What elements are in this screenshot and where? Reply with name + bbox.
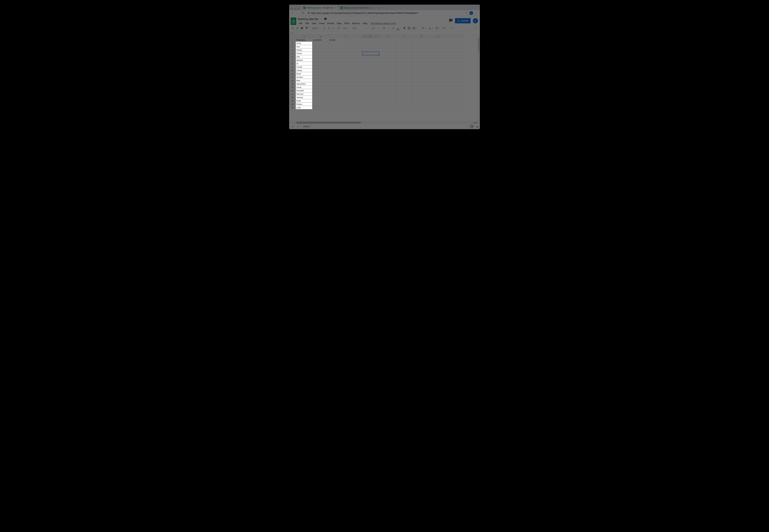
vertical-scrollbar[interactable]	[478, 35, 480, 121]
undo-icon[interactable]	[291, 26, 295, 30]
paint-format-icon[interactable]	[305, 26, 309, 30]
row-header[interactable]: 14	[289, 82, 296, 86]
zoom-select[interactable]: 100%▾	[311, 26, 320, 30]
fill-color-icon[interactable]	[402, 26, 406, 30]
cell[interactable]	[430, 52, 447, 55]
cell[interactable]	[447, 75, 464, 79]
cell[interactable]	[329, 106, 362, 109]
cell[interactable]	[362, 92, 379, 96]
row-header[interactable]: 13	[289, 79, 296, 82]
cell[interactable]	[447, 65, 464, 69]
cell[interactable]	[396, 38, 413, 42]
scroll-right-icon[interactable]: ▶	[475, 121, 478, 124]
merge-cells-icon[interactable]: ▾	[412, 26, 418, 30]
cell[interactable]	[447, 82, 464, 86]
cell[interactable]	[447, 99, 464, 103]
column-header[interactable]: G	[413, 35, 430, 38]
cell[interactable]	[329, 48, 362, 52]
cell[interactable]	[312, 59, 329, 62]
bold-icon[interactable]: B	[382, 26, 386, 30]
column-header[interactable]: D	[362, 35, 379, 38]
cell[interactable]	[379, 96, 396, 99]
cell[interactable]	[379, 82, 396, 86]
cell[interactable]	[329, 86, 362, 89]
folder-icon[interactable]	[324, 17, 327, 21]
cell[interactable]: Boyd	[296, 72, 312, 75]
cell[interactable]	[379, 62, 396, 65]
cell[interactable]	[362, 62, 379, 65]
cell[interactable]	[379, 89, 396, 92]
tab-close-icon[interactable]: ×	[334, 7, 337, 9]
cell[interactable]: Leroy	[296, 86, 312, 89]
cell[interactable]	[362, 96, 379, 99]
cell[interactable]	[447, 79, 464, 82]
cell[interactable]	[379, 99, 396, 103]
cell[interactable]: E-mail	[329, 38, 362, 42]
cell[interactable]: Lastname	[312, 38, 329, 42]
cell[interactable]	[430, 96, 447, 99]
cell[interactable]	[430, 106, 447, 109]
cell[interactable]	[413, 52, 430, 55]
cell[interactable]	[362, 106, 379, 109]
cell[interactable]	[413, 99, 430, 103]
percent-icon[interactable]: %	[327, 26, 331, 30]
cell[interactable]	[396, 86, 413, 89]
cell[interactable]	[312, 86, 329, 89]
cell[interactable]	[413, 89, 430, 92]
row-header[interactable]: 17	[289, 92, 296, 96]
sheet-tab[interactable]: Sheet1 ▾	[301, 124, 313, 129]
back-button[interactable]	[290, 11, 295, 15]
cell[interactable]	[379, 106, 396, 109]
cell[interactable]	[379, 92, 396, 96]
row-header[interactable]: 6	[289, 55, 296, 59]
more-tools-icon[interactable]: •••	[450, 26, 454, 30]
cell[interactable]	[413, 48, 430, 52]
select-all-corner[interactable]	[289, 35, 296, 38]
cell[interactable]	[413, 96, 430, 99]
cell[interactable]	[362, 45, 379, 48]
cell[interactable]	[430, 42, 447, 45]
horizontal-scrollbar[interactable]: ◀ ▶	[289, 121, 480, 124]
cell[interactable]	[396, 69, 413, 72]
cell[interactable]	[379, 69, 396, 72]
cell[interactable]	[430, 92, 447, 96]
cell[interactable]	[362, 48, 379, 52]
number-format-select[interactable]: 123▾	[342, 26, 349, 30]
cell[interactable]	[312, 48, 329, 52]
cell[interactable]	[329, 75, 362, 79]
all-sheets-icon[interactable]: ≡	[296, 124, 300, 129]
menu-data[interactable]: Data	[336, 22, 343, 25]
vertical-align-icon[interactable]: ▾	[428, 26, 434, 30]
cell[interactable]	[329, 55, 362, 59]
cell[interactable]	[396, 92, 413, 96]
cell[interactable]	[413, 75, 430, 79]
cell[interactable]	[312, 82, 329, 86]
cell[interactable]	[396, 48, 413, 52]
cell[interactable]	[379, 72, 396, 75]
cell[interactable]	[447, 86, 464, 89]
cell[interactable]	[362, 52, 379, 55]
cell[interactable]	[413, 45, 430, 48]
cell[interactable]	[329, 99, 362, 103]
cell[interactable]	[362, 65, 379, 69]
cell[interactable]	[447, 89, 464, 92]
text-wrap-icon[interactable]: ▾	[434, 26, 441, 30]
cell[interactable]: Luke	[296, 106, 312, 109]
font-size-select[interactable]: 10▾	[371, 26, 379, 30]
cell[interactable]	[312, 72, 329, 75]
cell[interactable]	[312, 45, 329, 48]
cell[interactable]	[379, 48, 396, 52]
cell[interactable]	[430, 65, 447, 69]
traffic-light-minimize[interactable]	[294, 8, 296, 10]
cell[interactable]	[396, 75, 413, 79]
cell[interactable]	[312, 52, 329, 55]
cell[interactable]	[329, 52, 362, 55]
cell[interactable]	[396, 42, 413, 45]
column-header[interactable]: H	[430, 35, 447, 38]
cell[interactable]	[430, 62, 447, 65]
browser-menu-icon[interactable]: ⋮	[474, 11, 479, 15]
cell[interactable]: Martha	[296, 59, 312, 62]
cell[interactable]	[447, 103, 464, 106]
column-header[interactable]: F	[396, 35, 413, 38]
sheets-logo-icon[interactable]	[291, 18, 296, 25]
